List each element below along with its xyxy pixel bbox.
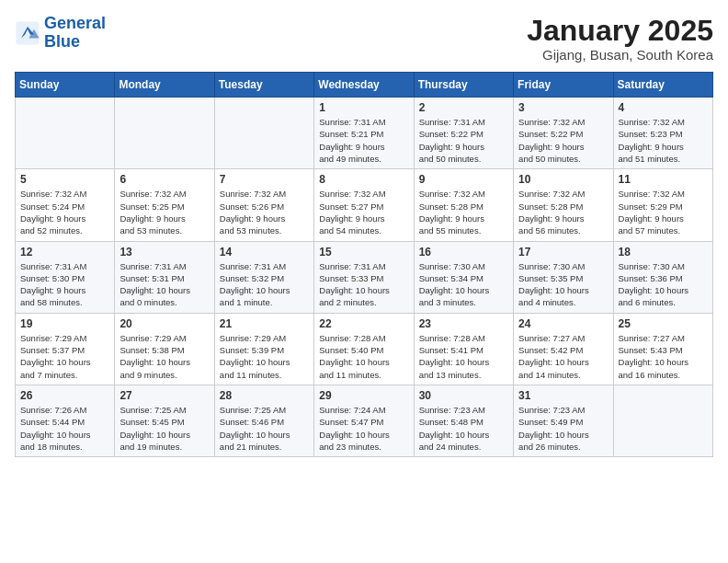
weekday-header-thursday: Thursday [414, 73, 513, 98]
calendar-header: SundayMondayTuesdayWednesdayThursdayFrid… [16, 73, 713, 98]
calendar-day-13: 13Sunrise: 7:31 AMSunset: 5:31 PMDayligh… [115, 241, 214, 313]
day-info: Sunrise: 7:31 AMSunset: 5:31 PMDaylight:… [119, 260, 209, 309]
calendar-day-21: 21Sunrise: 7:29 AMSunset: 5:39 PMDayligh… [214, 313, 313, 385]
day-info: Sunrise: 7:25 AMSunset: 5:45 PMDaylight:… [119, 404, 209, 453]
day-info: Sunrise: 7:25 AMSunset: 5:46 PMDaylight:… [220, 404, 309, 453]
calendar-day-16: 16Sunrise: 7:30 AMSunset: 5:34 PMDayligh… [414, 241, 513, 313]
calendar-day-27: 27Sunrise: 7:25 AMSunset: 5:45 PMDayligh… [115, 385, 214, 456]
day-info: Sunrise: 7:32 AMSunset: 5:28 PMDaylight:… [419, 188, 508, 236]
calendar-day-11: 11Sunrise: 7:32 AMSunset: 5:29 PMDayligh… [613, 169, 712, 241]
page-header: General Blue January 2025 Gijang, Busan,… [15, 15, 713, 63]
calendar-subtitle: Gijang, Busan, South Korea [527, 47, 713, 63]
day-number: 26 [20, 389, 109, 402]
day-info: Sunrise: 7:32 AMSunset: 5:29 PMDaylight:… [619, 188, 708, 236]
day-info: Sunrise: 7:30 AMSunset: 5:35 PMDaylight:… [518, 260, 608, 309]
day-number: 23 [419, 317, 508, 330]
calendar-day-30: 30Sunrise: 7:23 AMSunset: 5:48 PMDayligh… [414, 385, 513, 456]
calendar-day-3: 3Sunrise: 7:32 AMSunset: 5:22 PMDaylight… [514, 98, 613, 169]
day-number: 8 [319, 173, 408, 186]
day-number: 12 [20, 246, 109, 259]
weekday-header-friday: Friday [514, 73, 613, 98]
day-info: Sunrise: 7:28 AMSunset: 5:40 PMDaylight:… [319, 332, 408, 381]
calendar-body: 1Sunrise: 7:31 AMSunset: 5:21 PMDaylight… [16, 98, 713, 457]
day-info: Sunrise: 7:30 AMSunset: 5:34 PMDaylight:… [419, 260, 508, 309]
calendar-day-18: 18Sunrise: 7:30 AMSunset: 5:36 PMDayligh… [613, 241, 712, 313]
weekday-header-wednesday: Wednesday [314, 73, 414, 98]
day-info: Sunrise: 7:23 AMSunset: 5:48 PMDaylight:… [419, 404, 508, 453]
day-info: Sunrise: 7:29 AMSunset: 5:37 PMDaylight:… [20, 332, 109, 381]
day-number: 24 [518, 317, 608, 330]
calendar-day-8: 8Sunrise: 7:32 AMSunset: 5:27 PMDaylight… [314, 169, 414, 241]
weekday-row: SundayMondayTuesdayWednesdayThursdayFrid… [16, 73, 713, 98]
calendar-day-22: 22Sunrise: 7:28 AMSunset: 5:40 PMDayligh… [314, 313, 414, 385]
calendar-day-31: 31Sunrise: 7:23 AMSunset: 5:49 PMDayligh… [514, 385, 613, 456]
day-info: Sunrise: 7:31 AMSunset: 5:30 PMDaylight:… [20, 260, 109, 309]
calendar-day-15: 15Sunrise: 7:31 AMSunset: 5:33 PMDayligh… [314, 241, 414, 313]
calendar-week-2: 5Sunrise: 7:32 AMSunset: 5:24 PMDaylight… [16, 169, 713, 241]
day-number: 4 [619, 101, 708, 114]
day-number: 22 [319, 317, 408, 330]
logo: General Blue [15, 15, 106, 52]
day-number: 25 [619, 317, 708, 330]
day-info: Sunrise: 7:27 AMSunset: 5:43 PMDaylight:… [619, 332, 708, 381]
day-info: Sunrise: 7:24 AMSunset: 5:47 PMDaylight:… [319, 404, 408, 453]
calendar-day-26: 26Sunrise: 7:26 AMSunset: 5:44 PMDayligh… [16, 385, 115, 456]
day-number: 6 [119, 173, 209, 186]
day-info: Sunrise: 7:30 AMSunset: 5:36 PMDaylight:… [619, 260, 708, 309]
logo-line2: Blue [44, 32, 80, 51]
empty-cell [16, 98, 115, 169]
day-number: 16 [419, 246, 508, 259]
calendar-table: SundayMondayTuesdayWednesdayThursdayFrid… [15, 72, 713, 457]
day-info: Sunrise: 7:32 AMSunset: 5:24 PMDaylight:… [20, 188, 109, 236]
day-info: Sunrise: 7:32 AMSunset: 5:22 PMDaylight:… [518, 116, 608, 165]
day-number: 28 [220, 389, 309, 402]
day-number: 2 [419, 101, 508, 114]
day-info: Sunrise: 7:28 AMSunset: 5:41 PMDaylight:… [419, 332, 508, 381]
calendar-day-1: 1Sunrise: 7:31 AMSunset: 5:21 PMDaylight… [314, 98, 414, 169]
day-info: Sunrise: 7:26 AMSunset: 5:44 PMDaylight:… [20, 404, 109, 453]
day-number: 11 [619, 173, 708, 186]
calendar-day-5: 5Sunrise: 7:32 AMSunset: 5:24 PMDaylight… [16, 169, 115, 241]
weekday-header-sunday: Sunday [16, 73, 115, 98]
day-number: 1 [319, 101, 408, 114]
day-info: Sunrise: 7:32 AMSunset: 5:23 PMDaylight:… [619, 116, 708, 165]
day-number: 13 [119, 246, 209, 259]
day-info: Sunrise: 7:29 AMSunset: 5:38 PMDaylight:… [119, 332, 209, 381]
day-number: 5 [20, 173, 109, 186]
calendar-day-10: 10Sunrise: 7:32 AMSunset: 5:28 PMDayligh… [514, 169, 613, 241]
calendar-week-5: 26Sunrise: 7:26 AMSunset: 5:44 PMDayligh… [16, 385, 713, 456]
day-number: 7 [220, 173, 309, 186]
day-info: Sunrise: 7:32 AMSunset: 5:27 PMDaylight:… [319, 188, 408, 236]
day-number: 9 [419, 173, 508, 186]
day-number: 29 [319, 389, 408, 402]
day-info: Sunrise: 7:31 AMSunset: 5:21 PMDaylight:… [319, 116, 408, 165]
calendar-week-1: 1Sunrise: 7:31 AMSunset: 5:21 PMDaylight… [16, 98, 713, 169]
day-info: Sunrise: 7:27 AMSunset: 5:42 PMDaylight:… [518, 332, 608, 381]
title-block: January 2025 Gijang, Busan, South Korea [527, 15, 713, 63]
calendar-day-25: 25Sunrise: 7:27 AMSunset: 5:43 PMDayligh… [613, 313, 712, 385]
calendar-week-3: 12Sunrise: 7:31 AMSunset: 5:30 PMDayligh… [16, 241, 713, 313]
calendar-day-28: 28Sunrise: 7:25 AMSunset: 5:46 PMDayligh… [214, 385, 313, 456]
calendar-title: January 2025 [527, 15, 713, 47]
day-number: 30 [419, 389, 508, 402]
weekday-header-tuesday: Tuesday [214, 73, 313, 98]
day-info: Sunrise: 7:29 AMSunset: 5:39 PMDaylight:… [220, 332, 309, 381]
calendar-day-7: 7Sunrise: 7:32 AMSunset: 5:26 PMDaylight… [214, 169, 313, 241]
calendar-day-6: 6Sunrise: 7:32 AMSunset: 5:25 PMDaylight… [115, 169, 214, 241]
empty-cell [115, 98, 214, 169]
day-number: 31 [518, 389, 608, 402]
day-info: Sunrise: 7:23 AMSunset: 5:49 PMDaylight:… [518, 404, 608, 453]
day-number: 18 [619, 246, 708, 259]
calendar-day-23: 23Sunrise: 7:28 AMSunset: 5:41 PMDayligh… [414, 313, 513, 385]
calendar-day-24: 24Sunrise: 7:27 AMSunset: 5:42 PMDayligh… [514, 313, 613, 385]
day-info: Sunrise: 7:32 AMSunset: 5:28 PMDaylight:… [518, 188, 608, 236]
empty-cell [613, 385, 712, 456]
day-number: 19 [20, 317, 109, 330]
calendar-day-17: 17Sunrise: 7:30 AMSunset: 5:35 PMDayligh… [514, 241, 613, 313]
day-number: 20 [119, 317, 209, 330]
calendar-day-2: 2Sunrise: 7:31 AMSunset: 5:22 PMDaylight… [414, 98, 513, 169]
weekday-header-saturday: Saturday [613, 73, 712, 98]
calendar-day-20: 20Sunrise: 7:29 AMSunset: 5:38 PMDayligh… [115, 313, 214, 385]
calendar-day-19: 19Sunrise: 7:29 AMSunset: 5:37 PMDayligh… [16, 313, 115, 385]
day-info: Sunrise: 7:31 AMSunset: 5:32 PMDaylight:… [220, 260, 309, 309]
